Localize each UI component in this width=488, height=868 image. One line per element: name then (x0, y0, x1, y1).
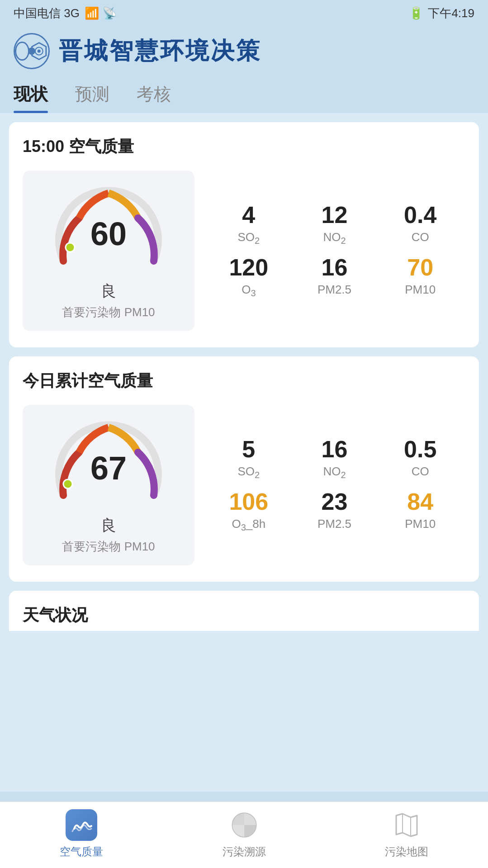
daily-gauge-label: 良 (101, 515, 116, 536)
daily-co-value: 0.5 (404, 437, 436, 461)
daily-pm25-label: PM2.5 (317, 517, 351, 531)
o3-label: O3 (242, 283, 256, 299)
nav-air-quality[interactable]: 空气质量 (0, 809, 163, 859)
no2-label: NO2 (323, 230, 346, 246)
daily-co-label: CO (412, 465, 429, 479)
daily-air-quality-card: 今日累计空气质量 67 良 首要污染物 PM10 (9, 356, 479, 582)
daily-gauge-value: 67 (90, 450, 127, 487)
current-metrics-grid: 4 SO2 12 NO2 0.4 CO 120 O3 16 PM2.5 (204, 199, 465, 303)
current-gauge-label: 良 (101, 281, 116, 302)
current-gauge-wrapper: 60 (50, 184, 167, 275)
daily-metric-no2: 16 NO2 (294, 437, 375, 480)
status-bar: 中国电信 3G 📶 📡 🔋 下午4:19 (0, 0, 488, 25)
battery-icon: 🔋 (409, 6, 423, 20)
daily-card-body: 67 良 首要污染物 PM10 5 SO2 16 NO2 0.5 CO (23, 405, 465, 565)
pm25-label: PM2.5 (317, 283, 351, 297)
daily-no2-label: NO2 (323, 465, 346, 480)
nav-pollution-map-icon (391, 809, 422, 841)
daily-pm10-value: 84 (407, 490, 433, 513)
metric-co: 0.4 CO (379, 203, 461, 246)
metric-pm10: 70 PM10 (379, 256, 461, 299)
tab-current[interactable]: 现状 (14, 78, 48, 113)
daily-gauge-wrapper: 67 (50, 418, 167, 509)
signal-icon: 📶 (85, 6, 99, 20)
daily-metric-so2: 5 SO2 (208, 437, 289, 480)
co-value: 0.4 (404, 203, 436, 227)
daily-o3-8h-value: 106 (229, 490, 268, 513)
tab-bar: 现状 预测 考核 (0, 78, 488, 113)
nav-air-quality-label: 空气质量 (60, 844, 103, 859)
svg-point-2 (37, 49, 40, 52)
metric-so2: 4 SO2 (208, 203, 289, 246)
pie-chart-icon (230, 811, 258, 839)
main-content: 15:00 空气质量 (0, 113, 488, 792)
current-gauge-value: 60 (90, 215, 127, 252)
carrier-name: 中国电信 (14, 6, 61, 20)
current-gauge-container: 60 良 首要污染物 PM10 (23, 171, 194, 331)
daily-pm25-value: 23 (322, 490, 348, 513)
bottom-nav: 空气质量 污染溯源 污染地图 (0, 802, 488, 868)
tab-forecast[interactable]: 预测 (75, 78, 109, 113)
daily-card-title: 今日累计空气质量 (23, 370, 465, 392)
logo-icon (29, 38, 49, 65)
current-card-body: 60 良 首要污染物 PM10 4 SO2 12 NO2 0.4 CO (23, 171, 465, 331)
air-quality-wave-icon (71, 814, 92, 836)
daily-no2-value: 16 (322, 437, 348, 461)
network-type: 3G (64, 6, 80, 20)
svg-point-4 (63, 479, 72, 489)
no2-value: 12 (322, 203, 348, 227)
daily-gauge-sublabel: 首要污染物 PM10 (62, 539, 155, 555)
nav-pollution-source-icon (228, 809, 260, 841)
carrier-info: 中国电信 3G 📶 📡 (14, 5, 117, 21)
metric-no2: 12 NO2 (294, 203, 375, 246)
svg-point-3 (66, 243, 75, 252)
daily-so2-value: 5 (242, 437, 255, 461)
current-card-title: 15:00 空气质量 (23, 136, 465, 158)
current-gauge-sublabel: 首要污染物 PM10 (62, 304, 155, 320)
nav-pollution-source-label: 污染溯源 (223, 844, 266, 859)
daily-metric-pm10: 84 PM10 (379, 490, 461, 533)
wifi-icon: 📡 (102, 6, 117, 20)
app-title: 晋城智慧环境决策 (59, 35, 261, 67)
daily-metric-pm25: 23 PM2.5 (294, 490, 375, 533)
time-display: 下午4:19 (428, 5, 474, 21)
current-air-quality-card: 15:00 空气质量 (9, 122, 479, 347)
daily-pm10-label: PM10 (405, 517, 436, 531)
so2-value: 4 (242, 203, 255, 227)
weather-section-title: 天气状况 (23, 604, 465, 626)
pm10-label: PM10 (405, 283, 436, 297)
metric-pm25: 16 PM2.5 (294, 256, 375, 299)
pm25-value: 16 (322, 256, 348, 279)
nav-pollution-source[interactable]: 污染溯源 (163, 809, 326, 859)
daily-so2-label: SO2 (237, 465, 260, 480)
status-right: 🔋 下午4:19 (409, 5, 474, 21)
weather-section: 天气状况 (9, 591, 479, 631)
nav-air-quality-icon (66, 809, 97, 841)
so2-label: SO2 (237, 230, 260, 246)
svg-marker-6 (396, 814, 417, 836)
nav-pollution-map-label: 污染地图 (385, 844, 428, 859)
o3-value: 120 (229, 256, 268, 279)
metric-o3: 120 O3 (208, 256, 289, 299)
map-icon (393, 811, 421, 839)
co-label: CO (412, 230, 429, 244)
nav-pollution-map[interactable]: 污染地图 (325, 809, 488, 859)
daily-metrics-grid: 5 SO2 16 NO2 0.5 CO 106 O3_8h 23 PM2.5 (204, 433, 465, 537)
app-header: 晋城智慧环境决策 (0, 25, 488, 78)
daily-metric-o3-8h: 106 O3_8h (208, 490, 289, 533)
daily-metric-co: 0.5 CO (379, 437, 461, 480)
daily-o3-8h-label: O3_8h (232, 517, 265, 533)
pm10-value: 70 (407, 256, 433, 279)
app-logo (14, 33, 50, 69)
daily-gauge-container: 67 良 首要污染物 PM10 (23, 405, 194, 565)
tab-assessment[interactable]: 考核 (137, 78, 171, 113)
